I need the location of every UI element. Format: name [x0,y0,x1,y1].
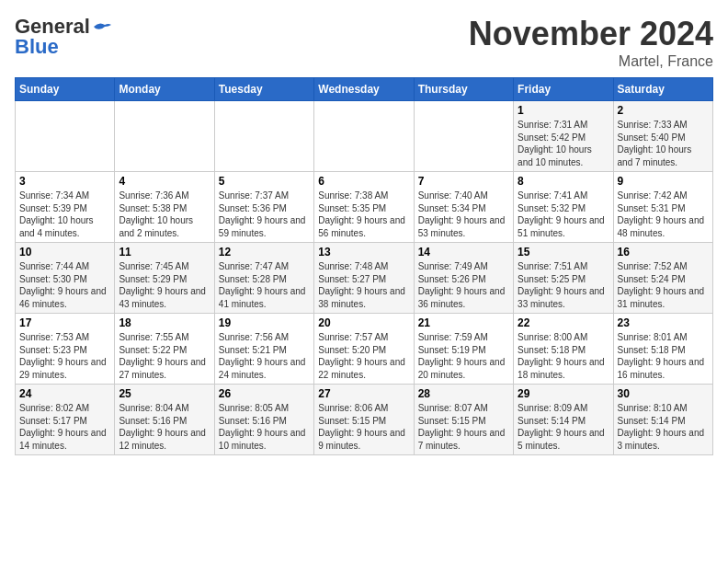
calendar-cell [414,101,513,172]
calendar-cell: 27Sunrise: 8:06 AM Sunset: 5:15 PM Dayli… [314,385,414,455]
day-number: 20 [318,316,409,329]
calendar-cell: 10Sunrise: 7:44 AM Sunset: 5:30 PM Dayli… [16,243,115,314]
calendar-cell: 12Sunrise: 7:47 AM Sunset: 5:28 PM Dayli… [214,243,313,314]
day-number: 14 [418,246,509,259]
day-info: Sunrise: 7:37 AM Sunset: 5:36 PM Dayligh… [219,190,310,239]
calendar-cell: 17Sunrise: 7:53 AM Sunset: 5:23 PM Dayli… [16,314,115,385]
calendar-cell: 15Sunrise: 7:51 AM Sunset: 5:25 PM Dayli… [514,243,613,314]
calendar-week-row: 1Sunrise: 7:31 AM Sunset: 5:42 PM Daylig… [16,101,713,172]
calendar-week-row: 10Sunrise: 7:44 AM Sunset: 5:30 PM Dayli… [16,243,713,314]
day-number: 27 [318,387,409,400]
day-number: 26 [219,387,310,400]
page-title: November 2024 [469,15,713,53]
day-info: Sunrise: 7:34 AM Sunset: 5:39 PM Dayligh… [19,190,110,239]
calendar-cell: 3Sunrise: 7:34 AM Sunset: 5:39 PM Daylig… [16,172,115,243]
day-number: 10 [19,246,110,259]
day-info: Sunrise: 7:53 AM Sunset: 5:23 PM Dayligh… [19,331,110,381]
calendar-week-row: 17Sunrise: 7:53 AM Sunset: 5:23 PM Dayli… [16,314,713,385]
day-header-saturday: Saturday [613,78,712,101]
day-number: 2 [618,104,709,117]
calendar-cell: 23Sunrise: 8:01 AM Sunset: 5:18 PM Dayli… [613,314,712,385]
calendar-cell: 16Sunrise: 7:52 AM Sunset: 5:24 PM Dayli… [613,243,712,314]
day-info: Sunrise: 7:31 AM Sunset: 5:42 PM Dayligh… [518,119,609,168]
calendar-cell [214,101,313,172]
day-info: Sunrise: 8:10 AM Sunset: 5:14 PM Dayligh… [618,402,709,452]
calendar-header-row: SundayMondayTuesdayWednesdayThursdayFrid… [16,78,713,101]
day-number: 16 [618,246,709,259]
calendar-cell [115,101,214,172]
day-info: Sunrise: 7:56 AM Sunset: 5:21 PM Dayligh… [219,331,310,381]
logo: General Blue [15,15,112,59]
day-info: Sunrise: 7:57 AM Sunset: 5:20 PM Dayligh… [318,331,409,381]
day-info: Sunrise: 8:06 AM Sunset: 5:15 PM Dayligh… [318,402,409,452]
calendar-cell: 4Sunrise: 7:36 AM Sunset: 5:38 PM Daylig… [115,172,214,243]
day-header-thursday: Thursday [414,78,513,101]
calendar-cell: 20Sunrise: 7:57 AM Sunset: 5:20 PM Dayli… [314,314,414,385]
day-number: 17 [19,316,110,329]
day-info: Sunrise: 8:04 AM Sunset: 5:16 PM Dayligh… [119,402,210,452]
calendar-cell: 19Sunrise: 7:56 AM Sunset: 5:21 PM Dayli… [214,314,313,385]
day-info: Sunrise: 7:45 AM Sunset: 5:29 PM Dayligh… [119,260,210,310]
day-number: 24 [19,387,110,400]
day-info: Sunrise: 7:55 AM Sunset: 5:22 PM Dayligh… [119,331,210,381]
page-header: General Blue November 2024 Martel, Franc… [15,15,713,70]
day-number: 22 [518,316,609,329]
calendar-table: SundayMondayTuesdayWednesdayThursdayFrid… [15,77,713,455]
calendar-cell: 6Sunrise: 7:38 AM Sunset: 5:35 PM Daylig… [314,172,414,243]
calendar-cell: 9Sunrise: 7:42 AM Sunset: 5:31 PM Daylig… [613,172,712,243]
calendar-cell: 11Sunrise: 7:45 AM Sunset: 5:29 PM Dayli… [115,243,214,314]
calendar-cell: 28Sunrise: 8:07 AM Sunset: 5:15 PM Dayli… [414,385,513,455]
calendar-week-row: 24Sunrise: 8:02 AM Sunset: 5:17 PM Dayli… [16,385,713,455]
calendar-cell: 7Sunrise: 7:40 AM Sunset: 5:34 PM Daylig… [414,172,513,243]
day-number: 30 [618,387,709,400]
calendar-cell: 21Sunrise: 7:59 AM Sunset: 5:19 PM Dayli… [414,314,513,385]
day-info: Sunrise: 8:02 AM Sunset: 5:17 PM Dayligh… [19,402,110,452]
day-info: Sunrise: 7:33 AM Sunset: 5:40 PM Dayligh… [618,119,709,168]
day-number: 21 [418,316,509,329]
day-info: Sunrise: 7:49 AM Sunset: 5:26 PM Dayligh… [418,260,509,310]
calendar-cell: 30Sunrise: 8:10 AM Sunset: 5:14 PM Dayli… [613,385,712,455]
calendar-cell: 5Sunrise: 7:37 AM Sunset: 5:36 PM Daylig… [214,172,313,243]
day-info: Sunrise: 7:44 AM Sunset: 5:30 PM Dayligh… [19,260,110,310]
day-header-tuesday: Tuesday [214,78,313,101]
calendar-cell: 26Sunrise: 8:05 AM Sunset: 5:16 PM Dayli… [214,385,313,455]
day-number: 8 [518,175,609,188]
calendar-week-row: 3Sunrise: 7:34 AM Sunset: 5:39 PM Daylig… [16,172,713,243]
day-info: Sunrise: 7:42 AM Sunset: 5:31 PM Dayligh… [618,190,709,239]
day-number: 23 [618,316,709,329]
calendar-cell: 29Sunrise: 8:09 AM Sunset: 5:14 PM Dayli… [514,385,613,455]
page-subtitle: Martel, France [469,53,713,70]
day-info: Sunrise: 7:36 AM Sunset: 5:38 PM Dayligh… [119,190,210,239]
calendar-cell: 2Sunrise: 7:33 AM Sunset: 5:40 PM Daylig… [613,101,712,172]
calendar-cell: 14Sunrise: 7:49 AM Sunset: 5:26 PM Dayli… [414,243,513,314]
day-info: Sunrise: 8:00 AM Sunset: 5:18 PM Dayligh… [518,331,609,381]
day-number: 11 [119,246,210,259]
day-number: 29 [518,387,609,400]
day-number: 5 [219,175,310,188]
day-info: Sunrise: 8:09 AM Sunset: 5:14 PM Dayligh… [518,402,609,452]
day-number: 13 [318,246,409,259]
day-header-sunday: Sunday [16,78,115,101]
calendar-cell: 18Sunrise: 7:55 AM Sunset: 5:22 PM Dayli… [115,314,214,385]
calendar-cell: 8Sunrise: 7:41 AM Sunset: 5:32 PM Daylig… [514,172,613,243]
day-info: Sunrise: 7:52 AM Sunset: 5:24 PM Dayligh… [618,260,709,310]
day-info: Sunrise: 7:59 AM Sunset: 5:19 PM Dayligh… [418,331,509,381]
day-info: Sunrise: 7:38 AM Sunset: 5:35 PM Dayligh… [318,190,409,239]
calendar-cell: 13Sunrise: 7:48 AM Sunset: 5:27 PM Dayli… [314,243,414,314]
day-info: Sunrise: 8:01 AM Sunset: 5:18 PM Dayligh… [618,331,709,381]
day-number: 18 [119,316,210,329]
day-info: Sunrise: 7:51 AM Sunset: 5:25 PM Dayligh… [518,260,609,310]
logo-bird-icon [92,19,112,34]
calendar-cell: 24Sunrise: 8:02 AM Sunset: 5:17 PM Dayli… [16,385,115,455]
day-number: 12 [219,246,310,259]
day-info: Sunrise: 7:48 AM Sunset: 5:27 PM Dayligh… [318,260,409,310]
day-info: Sunrise: 7:40 AM Sunset: 5:34 PM Dayligh… [418,190,509,239]
day-number: 28 [418,387,509,400]
day-header-wednesday: Wednesday [314,78,414,101]
calendar-cell: 25Sunrise: 8:04 AM Sunset: 5:16 PM Dayli… [115,385,214,455]
day-number: 15 [518,246,609,259]
day-number: 3 [19,175,110,188]
day-number: 25 [119,387,210,400]
day-header-friday: Friday [514,78,613,101]
calendar-cell [16,101,115,172]
